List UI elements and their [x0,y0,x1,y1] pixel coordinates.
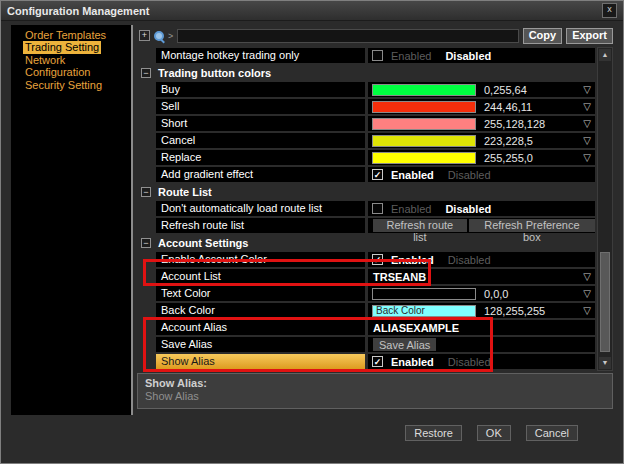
row-label[interactable]: Back Color [156,303,365,318]
row-label[interactable]: Account Alias [156,320,365,335]
scrollbar[interactable]: ▲ ▼ [597,47,613,371]
configuration-management-window: Configuration Management x Order Templat… [0,0,624,464]
close-icon: x [607,4,612,14]
color-swatch[interactable] [372,135,476,147]
checkbox[interactable]: ✓ [372,356,383,367]
enabled-option[interactable]: Enabled [391,203,431,215]
color-swatch[interactable] [372,118,476,130]
color-swatch[interactable] [372,152,476,164]
settings-row-enable-account-color: Enable Account Color✓EnabledDisabled [137,251,595,268]
dropdown-arrow-icon[interactable]: ▽ [583,100,591,113]
search-input[interactable] [177,29,518,43]
cancel-button[interactable]: Cancel [526,425,578,441]
dropdown-arrow-icon[interactable]: ▽ [583,83,591,96]
sidebar-item-network[interactable]: Network [11,54,131,66]
restore-button[interactable]: Restore [405,425,462,441]
row-value: Refresh route listRefresh Preference box [368,218,595,233]
row-label[interactable]: Sell [156,99,365,114]
scroll-up-button[interactable]: ▲ [599,49,611,61]
enabled-option[interactable]: Enabled [391,356,434,368]
dropdown-arrow-icon[interactable]: ▽ [583,117,591,130]
footer-buttons: Restore OK Cancel [405,425,578,441]
disabled-option[interactable]: Disabled [448,169,491,181]
description-body: Show Alias [145,390,605,403]
checkbox[interactable] [372,203,383,214]
dropdown-arrow-icon[interactable]: ▽ [583,151,591,164]
checkbox[interactable]: ✓ [372,169,383,180]
dropdown-arrow-icon[interactable]: ▽ [583,304,591,317]
save-alias-button[interactable]: Save Alias [373,338,436,351]
row-label[interactable]: Refresh route list [156,218,365,233]
title-bar: Configuration Management x [1,1,623,21]
disabled-option[interactable]: Disabled [445,50,491,62]
row-value: 255,255,0▽ [368,150,595,165]
color-value: 244,46,11 [484,101,532,113]
row-label[interactable]: Save Alias [156,337,365,352]
refresh-route-list-button[interactable]: Refresh route list [373,219,467,232]
refresh-preference-box-button[interactable]: Refresh Preference box [469,219,595,232]
disabled-option[interactable]: Disabled [445,203,491,215]
disabled-option[interactable]: Disabled [448,356,491,368]
expand-all-button[interactable]: + [139,30,150,41]
section-label: Trading button colors [158,67,271,79]
row-label[interactable]: Show Alias [156,354,365,369]
dropdown-arrow-icon[interactable]: ▽ [583,134,591,147]
color-value: 255,255,0 [484,152,533,164]
settings-row-refresh-route-list: Refresh route listRefresh route listRefr… [137,217,595,234]
row-label[interactable]: Enable Account Color [156,252,365,267]
disabled-option[interactable]: Disabled [448,254,491,266]
row-label[interactable]: Account List [156,269,365,284]
collapse-icon[interactable]: − [141,68,151,78]
row-value: 0,255,64▽ [368,82,595,97]
sidebar: Order TemplatesTrading SettingNetworkCon… [11,25,133,415]
color-swatch[interactable]: Back Color [372,305,476,317]
checkbox[interactable]: ✓ [372,254,383,265]
row-label[interactable]: Buy [156,82,365,97]
sidebar-item-label: Security Setting [23,79,104,91]
sidebar-item-order-templates[interactable]: Order Templates [11,29,131,41]
collapse-icon[interactable]: − [141,238,151,248]
plus-icon: + [142,30,147,40]
search-icon[interactable] [154,31,164,41]
settings-row-text-color: Text Color0,0,0▽ [137,285,595,302]
scroll-down-button[interactable]: ▼ [599,357,611,369]
row-value: ✓EnabledDisabled [368,252,595,267]
enabled-option[interactable]: Enabled [391,169,434,181]
enabled-option[interactable]: Enabled [391,254,434,266]
dropdown-arrow-icon[interactable]: ▽ [583,287,591,300]
row-value: Save Alias [368,337,595,352]
row-label[interactable]: Montage hotkey trading only [156,48,365,63]
collapse-icon[interactable]: − [141,187,151,197]
checkbox[interactable] [372,50,383,61]
enabled-option[interactable]: Enabled [391,50,431,62]
section-label: Route List [158,186,212,198]
color-swatch[interactable] [372,84,476,96]
scrollbar-thumb[interactable] [600,252,610,352]
sidebar-item-trading-setting[interactable]: Trading Setting [11,41,131,53]
row-value: ✓EnabledDisabled [368,354,595,369]
row-value: EnabledDisabled [368,48,595,63]
row-value: TRSEANB▽ [368,269,595,284]
settings-row-show-alias: Show Alias✓EnabledDisabled [137,353,595,370]
color-swatch[interactable] [372,288,476,300]
close-button[interactable]: x [602,3,617,18]
row-label[interactable]: Add gradient effect [156,167,365,182]
dropdown-arrow-icon[interactable]: ▽ [583,270,591,283]
row-label[interactable]: Don't automatically load route list [156,201,365,216]
filter-toolbar: + > Copy Export [139,27,613,44]
copy-button[interactable]: Copy [523,28,563,44]
row-label[interactable]: Cancel [156,133,365,148]
export-button[interactable]: Export [566,28,613,44]
sidebar-item-configuration[interactable]: Configuration [11,66,131,78]
row-label[interactable]: Text Color [156,286,365,301]
sidebar-item-label: Trading Setting [23,41,101,53]
sidebar-item-security-setting[interactable]: Security Setting [11,79,131,91]
row-value: ✓EnabledDisabled [368,167,595,182]
section-label: Account Settings [158,237,248,249]
color-value: 0,255,64 [484,84,527,96]
ok-button[interactable]: OK [477,425,511,441]
row-label[interactable]: Replace [156,150,365,165]
row-label[interactable]: Short [156,116,365,131]
text-value: ALIASEXAMPLE [373,322,459,334]
color-swatch[interactable] [372,101,476,113]
